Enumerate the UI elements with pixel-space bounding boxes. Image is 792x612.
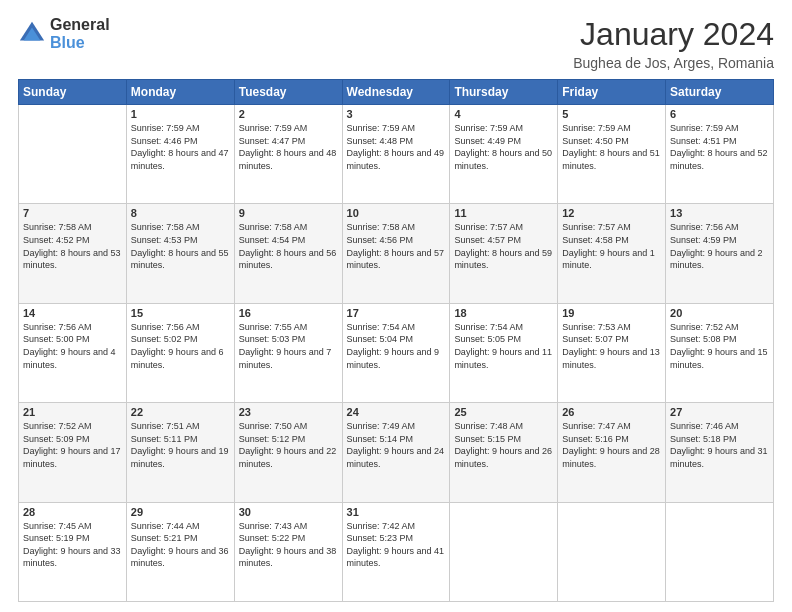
week-row-5: 28Sunrise: 7:45 AMSunset: 5:19 PMDayligh… (19, 502, 774, 601)
calendar-table: SundayMondayTuesdayWednesdayThursdayFrid… (18, 79, 774, 602)
header: General Blue January 2024 Bughea de Jos,… (18, 16, 774, 71)
day-info: Sunrise: 7:44 AMSunset: 5:21 PMDaylight:… (131, 520, 230, 570)
day-info: Sunrise: 7:58 AMSunset: 4:53 PMDaylight:… (131, 221, 230, 271)
day-number: 3 (347, 108, 446, 120)
calendar-cell: 4Sunrise: 7:59 AMSunset: 4:49 PMDaylight… (450, 105, 558, 204)
day-info: Sunrise: 7:59 AMSunset: 4:49 PMDaylight:… (454, 122, 553, 172)
calendar-cell: 30Sunrise: 7:43 AMSunset: 5:22 PMDayligh… (234, 502, 342, 601)
day-info: Sunrise: 7:45 AMSunset: 5:19 PMDaylight:… (23, 520, 122, 570)
day-number: 24 (347, 406, 446, 418)
day-number: 18 (454, 307, 553, 319)
day-info: Sunrise: 7:52 AMSunset: 5:09 PMDaylight:… (23, 420, 122, 470)
day-number: 25 (454, 406, 553, 418)
weekday-header-row: SundayMondayTuesdayWednesdayThursdayFrid… (19, 80, 774, 105)
month-title: January 2024 (573, 16, 774, 53)
weekday-header-tuesday: Tuesday (234, 80, 342, 105)
calendar-cell (666, 502, 774, 601)
day-number: 7 (23, 207, 122, 219)
calendar-cell: 13Sunrise: 7:56 AMSunset: 4:59 PMDayligh… (666, 204, 774, 303)
day-info: Sunrise: 7:51 AMSunset: 5:11 PMDaylight:… (131, 420, 230, 470)
calendar-cell: 26Sunrise: 7:47 AMSunset: 5:16 PMDayligh… (558, 403, 666, 502)
calendar-cell (19, 105, 127, 204)
day-number: 16 (239, 307, 338, 319)
calendar-cell: 3Sunrise: 7:59 AMSunset: 4:48 PMDaylight… (342, 105, 450, 204)
calendar-cell: 2Sunrise: 7:59 AMSunset: 4:47 PMDaylight… (234, 105, 342, 204)
day-number: 28 (23, 506, 122, 518)
calendar-cell: 20Sunrise: 7:52 AMSunset: 5:08 PMDayligh… (666, 303, 774, 402)
day-info: Sunrise: 7:48 AMSunset: 5:15 PMDaylight:… (454, 420, 553, 470)
calendar-cell: 25Sunrise: 7:48 AMSunset: 5:15 PMDayligh… (450, 403, 558, 502)
day-info: Sunrise: 7:52 AMSunset: 5:08 PMDaylight:… (670, 321, 769, 371)
day-number: 27 (670, 406, 769, 418)
weekday-header-saturday: Saturday (666, 80, 774, 105)
calendar-cell: 31Sunrise: 7:42 AMSunset: 5:23 PMDayligh… (342, 502, 450, 601)
day-info: Sunrise: 7:43 AMSunset: 5:22 PMDaylight:… (239, 520, 338, 570)
day-number: 17 (347, 307, 446, 319)
calendar-cell (558, 502, 666, 601)
calendar-cell: 10Sunrise: 7:58 AMSunset: 4:56 PMDayligh… (342, 204, 450, 303)
day-number: 15 (131, 307, 230, 319)
calendar-cell: 29Sunrise: 7:44 AMSunset: 5:21 PMDayligh… (126, 502, 234, 601)
header-right: January 2024 Bughea de Jos, Arges, Roman… (573, 16, 774, 71)
weekday-header-thursday: Thursday (450, 80, 558, 105)
week-row-1: 1Sunrise: 7:59 AMSunset: 4:46 PMDaylight… (19, 105, 774, 204)
day-number: 4 (454, 108, 553, 120)
weekday-header-monday: Monday (126, 80, 234, 105)
calendar-cell: 7Sunrise: 7:58 AMSunset: 4:52 PMDaylight… (19, 204, 127, 303)
calendar-cell: 5Sunrise: 7:59 AMSunset: 4:50 PMDaylight… (558, 105, 666, 204)
day-info: Sunrise: 7:56 AMSunset: 5:02 PMDaylight:… (131, 321, 230, 371)
calendar-cell: 6Sunrise: 7:59 AMSunset: 4:51 PMDaylight… (666, 105, 774, 204)
day-number: 9 (239, 207, 338, 219)
calendar-cell (450, 502, 558, 601)
day-number: 20 (670, 307, 769, 319)
calendar-cell: 11Sunrise: 7:57 AMSunset: 4:57 PMDayligh… (450, 204, 558, 303)
calendar-cell: 12Sunrise: 7:57 AMSunset: 4:58 PMDayligh… (558, 204, 666, 303)
day-number: 6 (670, 108, 769, 120)
day-info: Sunrise: 7:57 AMSunset: 4:57 PMDaylight:… (454, 221, 553, 271)
day-info: Sunrise: 7:59 AMSunset: 4:48 PMDaylight:… (347, 122, 446, 172)
logo: General Blue (18, 16, 110, 51)
day-info: Sunrise: 7:47 AMSunset: 5:16 PMDaylight:… (562, 420, 661, 470)
day-info: Sunrise: 7:59 AMSunset: 4:47 PMDaylight:… (239, 122, 338, 172)
day-info: Sunrise: 7:56 AMSunset: 5:00 PMDaylight:… (23, 321, 122, 371)
day-number: 31 (347, 506, 446, 518)
calendar-cell: 24Sunrise: 7:49 AMSunset: 5:14 PMDayligh… (342, 403, 450, 502)
calendar-cell: 21Sunrise: 7:52 AMSunset: 5:09 PMDayligh… (19, 403, 127, 502)
day-info: Sunrise: 7:53 AMSunset: 5:07 PMDaylight:… (562, 321, 661, 371)
day-info: Sunrise: 7:56 AMSunset: 4:59 PMDaylight:… (670, 221, 769, 271)
day-number: 14 (23, 307, 122, 319)
calendar-cell: 9Sunrise: 7:58 AMSunset: 4:54 PMDaylight… (234, 204, 342, 303)
day-info: Sunrise: 7:59 AMSunset: 4:51 PMDaylight:… (670, 122, 769, 172)
day-number: 22 (131, 406, 230, 418)
logo-text: General Blue (50, 16, 110, 51)
day-info: Sunrise: 7:54 AMSunset: 5:05 PMDaylight:… (454, 321, 553, 371)
week-row-2: 7Sunrise: 7:58 AMSunset: 4:52 PMDaylight… (19, 204, 774, 303)
day-number: 2 (239, 108, 338, 120)
location: Bughea de Jos, Arges, Romania (573, 55, 774, 71)
day-number: 13 (670, 207, 769, 219)
day-info: Sunrise: 7:50 AMSunset: 5:12 PMDaylight:… (239, 420, 338, 470)
day-info: Sunrise: 7:59 AMSunset: 4:50 PMDaylight:… (562, 122, 661, 172)
calendar-cell: 17Sunrise: 7:54 AMSunset: 5:04 PMDayligh… (342, 303, 450, 402)
calendar-cell: 19Sunrise: 7:53 AMSunset: 5:07 PMDayligh… (558, 303, 666, 402)
calendar-cell: 28Sunrise: 7:45 AMSunset: 5:19 PMDayligh… (19, 502, 127, 601)
day-info: Sunrise: 7:49 AMSunset: 5:14 PMDaylight:… (347, 420, 446, 470)
day-info: Sunrise: 7:58 AMSunset: 4:54 PMDaylight:… (239, 221, 338, 271)
day-info: Sunrise: 7:58 AMSunset: 4:56 PMDaylight:… (347, 221, 446, 271)
day-number: 30 (239, 506, 338, 518)
calendar-cell: 15Sunrise: 7:56 AMSunset: 5:02 PMDayligh… (126, 303, 234, 402)
day-info: Sunrise: 7:55 AMSunset: 5:03 PMDaylight:… (239, 321, 338, 371)
weekday-header-wednesday: Wednesday (342, 80, 450, 105)
day-number: 29 (131, 506, 230, 518)
day-number: 1 (131, 108, 230, 120)
week-row-4: 21Sunrise: 7:52 AMSunset: 5:09 PMDayligh… (19, 403, 774, 502)
calendar-cell: 23Sunrise: 7:50 AMSunset: 5:12 PMDayligh… (234, 403, 342, 502)
day-number: 11 (454, 207, 553, 219)
day-number: 21 (23, 406, 122, 418)
day-info: Sunrise: 7:58 AMSunset: 4:52 PMDaylight:… (23, 221, 122, 271)
day-number: 19 (562, 307, 661, 319)
calendar-cell: 22Sunrise: 7:51 AMSunset: 5:11 PMDayligh… (126, 403, 234, 502)
calendar-cell: 1Sunrise: 7:59 AMSunset: 4:46 PMDaylight… (126, 105, 234, 204)
day-info: Sunrise: 7:46 AMSunset: 5:18 PMDaylight:… (670, 420, 769, 470)
calendar-cell: 27Sunrise: 7:46 AMSunset: 5:18 PMDayligh… (666, 403, 774, 502)
